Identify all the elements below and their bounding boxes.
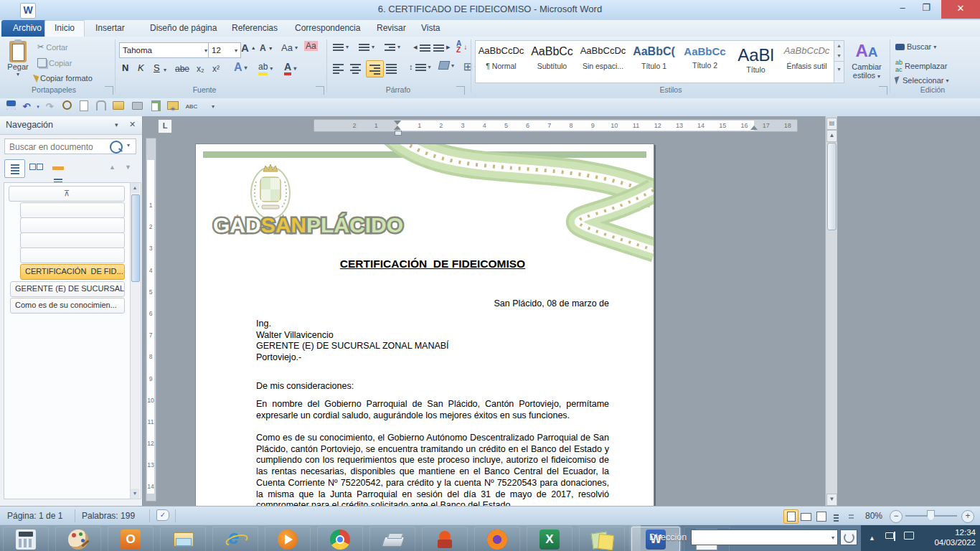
nav-item-blank[interactable] bbox=[20, 202, 125, 218]
redo-icon[interactable]: ↷ bbox=[43, 100, 56, 113]
draft-view-button[interactable] bbox=[844, 509, 859, 524]
horizontal-ruler[interactable]: 21123456789101112131415161718 bbox=[314, 119, 798, 132]
subscript-button[interactable]: x₂ bbox=[197, 64, 204, 74]
nav-tab-results[interactable] bbox=[47, 159, 68, 178]
font-dialog-launcher[interactable] bbox=[316, 86, 324, 95]
nav-tab-headings[interactable] bbox=[4, 159, 25, 178]
first-line-indent-marker[interactable] bbox=[394, 121, 401, 125]
minimize-button[interactable]: – bbox=[892, 0, 913, 16]
clear-formatting-button[interactable]: Aa bbox=[304, 41, 318, 51]
taskbar-chrome-icon[interactable] bbox=[317, 527, 363, 551]
tab-stop-selector[interactable]: L bbox=[158, 119, 172, 133]
style-normal[interactable]: AaBbCcDc ¶ Normal bbox=[476, 41, 527, 81]
nav-item-blank[interactable] bbox=[20, 248, 125, 263]
nav-scroll-thumb[interactable] bbox=[131, 194, 140, 282]
paragraph-dialog-launcher[interactable] bbox=[456, 86, 465, 95]
attachment-icon[interactable] bbox=[95, 100, 108, 113]
spelling-icon[interactable]: ABC✓ bbox=[185, 100, 198, 113]
style-enfasis-sutil[interactable]: AaBbCcDc Énfasis sutil bbox=[781, 41, 832, 81]
taskbar-excel-icon[interactable]: X bbox=[527, 527, 573, 551]
clock[interactable]: 12:34 04/03/2022 bbox=[930, 527, 976, 547]
style-titulo2[interactable]: AaBbCc Título 2 bbox=[679, 41, 730, 81]
underline-button[interactable]: S bbox=[154, 62, 160, 73]
shading-button[interactable]: ▾ bbox=[439, 61, 454, 70]
styles-dialog-launcher[interactable] bbox=[879, 86, 887, 95]
nav-scrollbar[interactable]: ▲ ▼ bbox=[130, 182, 141, 499]
refresh-icon[interactable] bbox=[840, 529, 857, 545]
style-titulo1[interactable]: AaBbC( Título 1 bbox=[628, 41, 679, 81]
highlight-button[interactable]: ab▾ bbox=[258, 62, 273, 75]
save-icon[interactable] bbox=[4, 100, 17, 113]
grow-font-button[interactable]: A▲ bbox=[241, 42, 256, 54]
nav-item-gerente[interactable]: GERENTE (E) DE SUCURSAL... bbox=[10, 281, 125, 297]
scroll-thumb[interactable] bbox=[827, 143, 837, 230]
vertical-ruler[interactable]: 1234567891011121314 bbox=[146, 138, 156, 501]
document-scrollbar[interactable]: ▤ ▲ ▼ bbox=[825, 116, 837, 506]
taskbar-paint-icon[interactable] bbox=[55, 527, 101, 551]
style-subtitulo[interactable]: AaBbCc Subtítulo bbox=[527, 41, 578, 81]
open-folder-icon[interactable] bbox=[112, 100, 125, 113]
tab-referencias[interactable]: Referencias bbox=[222, 20, 287, 37]
zoom-out-button[interactable]: − bbox=[890, 510, 903, 523]
tab-correspondencia[interactable]: Correspondencia bbox=[286, 20, 369, 37]
find-button[interactable]: Buscar▾ bbox=[895, 42, 936, 51]
align-right-button[interactable] bbox=[366, 60, 384, 77]
zoom-level[interactable]: 80% bbox=[865, 511, 882, 521]
fullscreen-view-button[interactable] bbox=[798, 509, 814, 524]
scroll-down-icon[interactable]: ▼ bbox=[826, 494, 837, 506]
style-sin-espaciado[interactable]: AaBbCcDc Sin espaci... bbox=[578, 41, 628, 81]
new-document-icon[interactable] bbox=[77, 100, 90, 113]
nav-close-icon[interactable]: ✕ bbox=[129, 120, 136, 129]
document-page[interactable]: GADSANPLÁCIDO CERTIFICACIÓN DE FIDEICOMI… bbox=[195, 143, 654, 507]
taskbar-outlook-icon[interactable]: O bbox=[108, 527, 154, 551]
shrink-font-button[interactable]: A▼ bbox=[260, 43, 273, 53]
nav-item-blank[interactable] bbox=[20, 232, 125, 248]
toolbar-more-icon[interactable]: ▾ bbox=[207, 100, 220, 113]
nav-next-icon[interactable]: ▼ bbox=[125, 164, 131, 171]
taskbar-media-player-icon[interactable] bbox=[265, 527, 311, 551]
nav-scroll-down-icon[interactable]: ▼ bbox=[131, 489, 139, 499]
tab-inicio[interactable]: Inicio bbox=[44, 20, 85, 37]
tab-revisar[interactable]: Revisar bbox=[367, 20, 415, 37]
cut-button[interactable]: ✂ Cortar bbox=[37, 42, 68, 52]
zoom-in-button[interactable]: + bbox=[961, 510, 974, 523]
select-button[interactable]: Seleccionar▾ bbox=[895, 76, 949, 85]
nav-prev-icon[interactable]: ▲ bbox=[109, 164, 116, 171]
font-family-combo[interactable]: Tahoma▾ bbox=[119, 42, 211, 58]
web-layout-view-button[interactable] bbox=[814, 509, 829, 524]
styles-gallery-scroll[interactable]: ▲ ▼ ▼ bbox=[834, 40, 844, 83]
page-indicator[interactable]: Página: 1 de 1 bbox=[7, 511, 62, 521]
tab-diseno[interactable]: Diseño de página bbox=[141, 20, 226, 37]
font-family-dropdown-icon[interactable]: ▾ bbox=[204, 47, 207, 54]
text-effects-button[interactable]: A▾ bbox=[234, 61, 248, 74]
left-indent-marker[interactable] bbox=[395, 131, 402, 136]
multilevel-list-button[interactable]: ▾ bbox=[385, 42, 400, 51]
nav-item-top[interactable]: ⊼ bbox=[9, 186, 125, 202]
action-center-flag-icon[interactable] bbox=[885, 532, 895, 541]
replace-button[interactable]: abac Reemplazar bbox=[895, 59, 947, 73]
print-icon[interactable] bbox=[131, 100, 143, 113]
nav-tab-pages[interactable] bbox=[26, 159, 47, 178]
taskbar-sticky-notes-icon[interactable] bbox=[579, 527, 625, 551]
align-center-button[interactable] bbox=[350, 62, 361, 74]
bullets-button[interactable]: ▾ bbox=[333, 42, 349, 51]
nav-scroll-up-icon[interactable]: ▲ bbox=[131, 183, 139, 193]
change-styles-button[interactable]: AA Cambiar estilos ▾ bbox=[848, 41, 885, 80]
address-input[interactable]: ▾ bbox=[691, 529, 838, 545]
nav-item-blank[interactable] bbox=[20, 217, 125, 233]
decrease-indent-button[interactable]: ◂ bbox=[413, 42, 430, 52]
close-button[interactable]: ✕ bbox=[941, 0, 980, 19]
search-dropdown-icon[interactable]: ▾ bbox=[127, 142, 130, 149]
network-icon[interactable] bbox=[904, 532, 914, 541]
taskbar-firefox-icon[interactable] bbox=[474, 527, 520, 551]
right-indent-marker[interactable] bbox=[750, 126, 758, 130]
nav-item-certificacion[interactable]: CERTIFICACIÓN DE FID... bbox=[20, 264, 125, 280]
folder-options-icon[interactable]: ✳ bbox=[166, 100, 179, 113]
restore-button[interactable]: ❐ bbox=[915, 0, 937, 16]
show-hidden-icons[interactable]: ▲ bbox=[869, 534, 875, 542]
style-titulo[interactable]: AaBl Título bbox=[730, 41, 781, 81]
line-spacing-button[interactable]: ↕▾ bbox=[409, 62, 431, 71]
taskbar-ie-icon[interactable]: e bbox=[212, 527, 258, 551]
strikethrough-button[interactable]: abe bbox=[175, 64, 189, 74]
nav-item-como[interactable]: Como es de su conocimien... bbox=[10, 298, 125, 314]
